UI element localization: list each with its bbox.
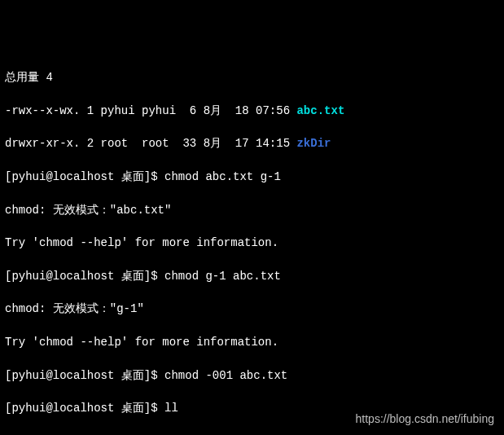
- prompt-line: [pyhui@localhost 桌面]$ chmod abc.txt g-1: [5, 169, 499, 185]
- ls-perms: drwxr-xr-x. 2 root root 33 8月 17 14:15: [5, 137, 296, 150]
- dirname: zkDir: [296, 137, 331, 150]
- ls-row: drwxr-xr-x. 2 root root 33 8月 17 14:15 z…: [5, 135, 499, 152]
- output-line: chmod: 无效模式："abc.txt": [5, 202, 499, 218]
- output-line: chmod: 无效模式："g-1": [5, 301, 499, 317]
- prompt-line: [pyhui@localhost 桌面]$ chmod -001 abc.txt: [5, 367, 499, 384]
- watermark-text: https://blog.csdn.net/ifubing: [356, 411, 494, 427]
- filename-exec: abc.txt: [296, 104, 344, 117]
- output-line: Try 'chmod --help' for more information.: [5, 235, 499, 251]
- output-line: Try 'chmod --help' for more information.: [5, 334, 499, 350]
- terminal-line: 总用量 4: [5, 69, 499, 86]
- prompt-line: [pyhui@localhost 桌面]$ chmod g-1 abc.txt: [5, 268, 499, 284]
- ls-perms: -rwx--x-wx. 1 pyhui pyhui 6 8月 18 07:56: [5, 104, 296, 117]
- ls-row: -rwx--x-wx. 1 pyhui pyhui 6 8月 18 07:56 …: [5, 103, 499, 119]
